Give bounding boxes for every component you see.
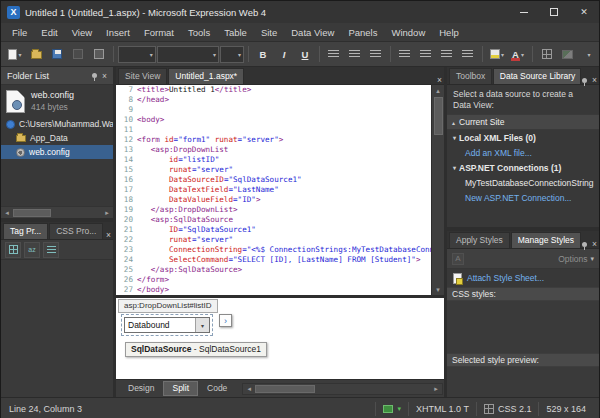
visual-aids-indicator[interactable]: ▾: [375, 402, 408, 416]
align-center-button[interactable]: [345, 44, 365, 64]
menu-site[interactable]: Site: [254, 25, 284, 40]
code-line[interactable]: 13 <asp:DropDownList: [118, 145, 431, 155]
highlight-color-button[interactable]: ▾: [487, 44, 507, 64]
folder-horizontal-scrollbar[interactable]: ◂ ▸: [1, 206, 113, 218]
code-line[interactable]: 17 DataTextField="LastName": [118, 185, 431, 195]
dsl-new-asp-net-connection[interactable]: New ASP.NET Connection...: [447, 190, 599, 205]
dsl-asp-net-connections-1[interactable]: ▾ASP.NET Connections (1): [447, 160, 599, 175]
alphabetical-view-button[interactable]: az: [24, 242, 40, 258]
tab-apply-styles[interactable]: Apply Styles: [449, 232, 510, 248]
smart-tag-button[interactable]: ›: [219, 314, 232, 327]
scroll-thumb[interactable]: [255, 385, 315, 393]
minimize-button[interactable]: [509, 1, 539, 23]
align-left-button[interactable]: [324, 44, 344, 64]
code-editor[interactable]: 7<title>Untitled 1</title>8</head>910<bo…: [116, 85, 431, 295]
menu-format[interactable]: Format: [137, 25, 181, 40]
editor-horizontal-scrollbar[interactable]: ◂ ▸: [242, 383, 443, 395]
font-color-button[interactable]: A▾: [508, 44, 528, 64]
menu-file[interactable]: File: [5, 25, 34, 40]
scroll-thumb[interactable]: [13, 209, 51, 217]
code-line[interactable]: 25 </asp:SqlDataSource>: [118, 265, 431, 275]
menu-window[interactable]: Window: [384, 25, 432, 40]
menu-insert[interactable]: Insert: [99, 25, 137, 40]
categorized-view-button[interactable]: [5, 242, 21, 258]
bold-button[interactable]: B: [253, 44, 273, 64]
code-line[interactable]: 21 ID="SqlDataSource1": [118, 225, 431, 235]
current-site-header[interactable]: ▴ Current Site: [447, 114, 599, 130]
code-line[interactable]: 14 id="listID": [118, 155, 431, 165]
doctype-label[interactable]: XHTML 1.0 T: [408, 402, 476, 416]
code-line[interactable]: 15 runat="server": [118, 165, 431, 175]
close-panel-icon[interactable]: ×: [592, 76, 597, 84]
pin-icon[interactable]: [582, 242, 587, 247]
editor-tab-site-view[interactable]: Site View: [118, 68, 167, 84]
scroll-right-icon[interactable]: ▸: [101, 209, 113, 217]
code-line[interactable]: 22 runat="server": [118, 235, 431, 245]
code-line[interactable]: 20 <asp:SqlDataSource: [118, 215, 431, 225]
code-line[interactable]: 16 DataSourceID="SqlDataSource1": [118, 175, 431, 185]
code-view-button[interactable]: Code: [198, 381, 236, 396]
quick-tag-breadcrumb[interactable]: asp:DropDownList#listID: [118, 299, 218, 313]
pin-icon[interactable]: [92, 73, 97, 78]
dsl-mytestdatabaseconnectionstring[interactable]: MyTestDatabaseConnectionString: [447, 175, 599, 190]
scroll-track[interactable]: [13, 207, 101, 218]
italic-button[interactable]: I: [274, 44, 294, 64]
menu-table[interactable]: Table: [217, 25, 254, 40]
font-size-combo[interactable]: ▾: [220, 46, 244, 63]
attach-style-sheet-link[interactable]: Attach Style Sheet...: [467, 273, 544, 283]
font-family-combo[interactable]: ▾: [157, 46, 219, 63]
pin-icon[interactable]: [582, 78, 587, 83]
underline-button[interactable]: U: [295, 44, 315, 64]
preview-in-browser-button[interactable]: [89, 44, 109, 64]
tab-css-properties[interactable]: CSS Pro...: [49, 223, 103, 239]
close-button[interactable]: ✕: [569, 1, 599, 23]
dsl-add-an-xml-file[interactable]: Add an XML file...: [447, 145, 599, 160]
menu-data-view[interactable]: Data View: [284, 25, 341, 40]
increase-indent-button[interactable]: [458, 44, 478, 64]
code-line[interactable]: 11: [118, 125, 431, 135]
scroll-down-icon[interactable]: ▾: [436, 284, 440, 295]
file-item-web-config[interactable]: web.config: [1, 145, 113, 159]
code-line[interactable]: 26</form>: [118, 275, 431, 285]
scroll-up-icon[interactable]: ▴: [436, 85, 440, 96]
code-line[interactable]: 10<body>: [118, 115, 431, 125]
code-line[interactable]: 12<form id="form1" runat="server">: [118, 135, 431, 145]
dsl-local-xml-files-0[interactable]: ▾Local XML Files (0): [447, 130, 599, 145]
design-view-button[interactable]: Design: [119, 381, 163, 396]
open-file-button[interactable]: [26, 44, 46, 64]
save-button[interactable]: [47, 44, 67, 64]
site-root-item[interactable]: C:\Users\Muhammad.Waqas\...: [1, 117, 113, 131]
css-schema-item[interactable]: CSS 2.1: [476, 402, 539, 416]
code-line[interactable]: 27</body>: [118, 285, 431, 295]
scroll-right-icon[interactable]: ▸: [430, 385, 442, 393]
menu-panels[interactable]: Panels: [341, 25, 384, 40]
code-line[interactable]: 9: [118, 105, 431, 115]
close-panel-icon[interactable]: ×: [592, 240, 597, 248]
tab-toolbox[interactable]: Toolbox: [449, 68, 492, 84]
close-document-icon[interactable]: ×: [437, 76, 442, 84]
code-line[interactable]: 19 </asp:DropDownList>: [118, 205, 431, 215]
dropdown-button[interactable]: ▾: [195, 318, 209, 332]
code-line[interactable]: 7<title>Untitled 1</title>: [118, 85, 431, 95]
menu-view[interactable]: View: [65, 25, 99, 40]
insert-table-button[interactable]: [537, 44, 557, 64]
code-line[interactable]: 24 SelectCommand="SELECT [ID], [LastName…: [118, 255, 431, 265]
maximize-button[interactable]: [539, 1, 569, 23]
paragraph-style-combo[interactable]: ▾: [118, 46, 156, 63]
code-line[interactable]: 23 ConnectionString="<%$ ConnectionStrin…: [118, 245, 431, 255]
toolbar-options-button[interactable]: ▾: [579, 44, 599, 64]
set-properties-button[interactable]: [43, 242, 59, 258]
code-line[interactable]: 8</head>: [118, 95, 431, 105]
menu-help[interactable]: Help: [432, 25, 466, 40]
design-surface[interactable]: Databound ▾ › SqlDataSource - SqlDataSou…: [116, 313, 444, 357]
numbered-list-button[interactable]: [395, 44, 415, 64]
scroll-left-icon[interactable]: ◂: [243, 385, 255, 393]
editor-tab-untitled-aspx[interactable]: Untitled_1.aspx*: [168, 68, 244, 84]
scroll-left-icon[interactable]: ◂: [1, 209, 13, 217]
folder-item-app-data[interactable]: App_Data: [1, 131, 113, 145]
decrease-indent-button[interactable]: [437, 44, 457, 64]
menu-tools[interactable]: Tools: [181, 25, 217, 40]
close-panel-icon[interactable]: ×: [102, 72, 107, 80]
tab-data-source-library[interactable]: Data Source Library: [493, 68, 581, 84]
code-line[interactable]: 18 DataValueField="ID">: [118, 195, 431, 205]
